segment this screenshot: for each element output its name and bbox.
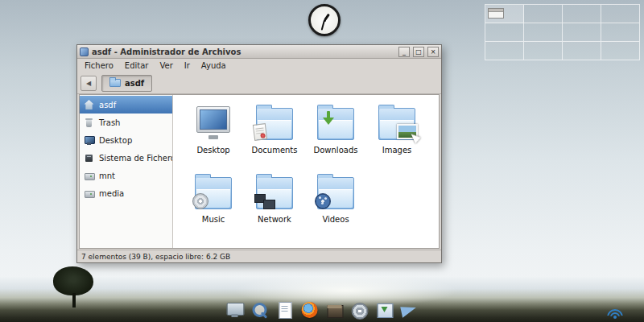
titlebar[interactable]: asdf - Administrador de Archivos _ □ ×: [77, 45, 441, 59]
cd-emblem-icon: [192, 193, 208, 209]
sidebar-item-asdf[interactable]: asdf: [80, 96, 172, 114]
workspace-cell-2[interactable]: [524, 5, 563, 23]
home-icon: [84, 100, 94, 110]
disc-icon[interactable]: [350, 300, 369, 320]
file-label: Documents: [251, 146, 297, 155]
path-bar: asdf: [101, 75, 438, 92]
installer-icon[interactable]: [375, 300, 394, 320]
sidebar-item-label: mnt: [99, 171, 115, 180]
file-icon-view: Desktop Documents Downloads: [173, 95, 439, 248]
workspace-cell-5[interactable]: [485, 23, 524, 42]
trash-icon: [84, 118, 94, 128]
sidebar-item-label: Desktop: [99, 136, 132, 145]
drive-icon: [84, 171, 94, 181]
menu-fichero[interactable]: Fichero: [79, 60, 119, 71]
menu-ayuda[interactable]: Ayuda: [196, 60, 232, 71]
photo-emblem-icon: [397, 124, 418, 139]
sidebar-item-media[interactable]: media: [80, 184, 172, 202]
network-computers-icon: [254, 193, 277, 209]
search-icon[interactable]: [250, 300, 270, 320]
monitor-screen: [200, 109, 227, 130]
file-label: Downloads: [314, 146, 358, 155]
network-folder-icon: [252, 172, 297, 211]
statusbar-text: 7 elementos (39 B), espacio libre: 6.2 G…: [81, 253, 230, 261]
file-item-documents[interactable]: Documents: [244, 103, 305, 172]
path-button-label: asdf: [125, 79, 144, 88]
analog-clock-widget: [308, 4, 341, 36]
clock-minute-hand: [321, 20, 325, 31]
desktop: asdf - Administrador de Archivos _ □ × F…: [0, 0, 644, 322]
file-label: Desktop: [196, 146, 229, 155]
tree-crown: [53, 266, 93, 295]
sidebar-item-desktop[interactable]: Desktop: [80, 131, 172, 149]
window-title: asdf - Administrador de Archivos: [92, 47, 395, 56]
workspace-cell-7[interactable]: [563, 23, 601, 42]
dock: [225, 300, 419, 320]
sidebar-item-trash[interactable]: Trash: [80, 114, 172, 131]
workspace-cell-1[interactable]: [485, 5, 524, 23]
wifi-icon[interactable]: [607, 307, 623, 320]
download-arrow-icon: [323, 111, 334, 126]
file-manager-icon: [80, 47, 89, 56]
workspace-switcher[interactable]: [485, 4, 640, 60]
sidebar: asdf Trash Desktop Sistema de Ficheros m…: [80, 95, 173, 248]
display-icon[interactable]: [225, 300, 245, 320]
workspace-cell-9[interactable]: [485, 42, 524, 60]
sidebar-item-mnt[interactable]: mnt: [80, 167, 172, 184]
workspace-window-thumbnail: [488, 8, 504, 19]
wifi-dot: [613, 316, 617, 319]
file-label: Music: [202, 215, 225, 224]
menu-ver[interactable]: Ver: [154, 60, 178, 71]
close-button[interactable]: ×: [427, 47, 439, 57]
file-item-downloads[interactable]: Downloads: [305, 103, 366, 172]
document-icon[interactable]: [275, 300, 295, 320]
monitor-stand: [208, 135, 218, 139]
firefox-icon[interactable]: [300, 300, 320, 320]
file-item-music[interactable]: Music: [183, 172, 244, 242]
send-icon[interactable]: [400, 300, 419, 320]
file-item-videos[interactable]: Videos: [305, 172, 366, 242]
back-button[interactable]: ◀: [80, 76, 97, 91]
workspace-cell-10[interactable]: [524, 42, 563, 60]
clock-center-pin: [324, 19, 326, 22]
package-icon[interactable]: [325, 300, 345, 320]
sidebar-item-label: media: [99, 189, 124, 198]
downloads-folder-icon: [313, 103, 358, 142]
statusbar: 7 elementos (39 B), espacio libre: 6.2 G…: [77, 250, 441, 262]
documents-folder-icon: [252, 103, 297, 142]
file-manager-window: asdf - Administrador de Archivos _ □ × F…: [76, 44, 442, 263]
tree-trunk: [72, 293, 76, 308]
workspace-cell-3[interactable]: [563, 5, 601, 23]
desktop-monitor-icon: [191, 103, 236, 142]
workspace-cell-6[interactable]: [524, 23, 563, 42]
menu-editar[interactable]: Editar: [119, 60, 155, 71]
monitor-icon: [84, 135, 94, 146]
file-item-network[interactable]: Network: [244, 172, 305, 242]
toolbar: ◀ asdf: [77, 72, 441, 94]
monitor-frame: [196, 106, 230, 133]
sidebar-item-label: Sistema de Ficheros: [99, 154, 173, 163]
computer-icon: [84, 153, 94, 163]
minimize-button[interactable]: _: [398, 47, 410, 57]
images-folder-icon: [374, 103, 419, 142]
sidebar-item-filesystem[interactable]: Sistema de Ficheros: [80, 149, 172, 167]
workspace-cell-11[interactable]: [563, 42, 601, 60]
film-reel-icon: [315, 193, 331, 209]
document-emblem-icon: [253, 123, 267, 141]
workspace-cell-4[interactable]: [601, 5, 640, 23]
file-item-images[interactable]: Images: [366, 103, 427, 172]
file-label: Images: [382, 146, 412, 155]
folder-icon: [109, 79, 121, 87]
file-label: Videos: [322, 215, 349, 224]
sidebar-item-label: Trash: [99, 118, 120, 127]
drive-icon: [84, 188, 94, 199]
file-item-desktop[interactable]: Desktop: [183, 103, 244, 172]
maximize-button[interactable]: □: [413, 47, 424, 57]
menu-ir[interactable]: Ir: [179, 60, 196, 71]
window-content: asdf Trash Desktop Sistema de Ficheros m…: [79, 94, 440, 249]
file-label: Network: [258, 215, 291, 224]
path-button-asdf[interactable]: asdf: [101, 75, 152, 92]
workspace-cell-12[interactable]: [601, 42, 640, 60]
videos-folder-icon: [313, 172, 358, 211]
workspace-cell-8[interactable]: [601, 23, 640, 42]
